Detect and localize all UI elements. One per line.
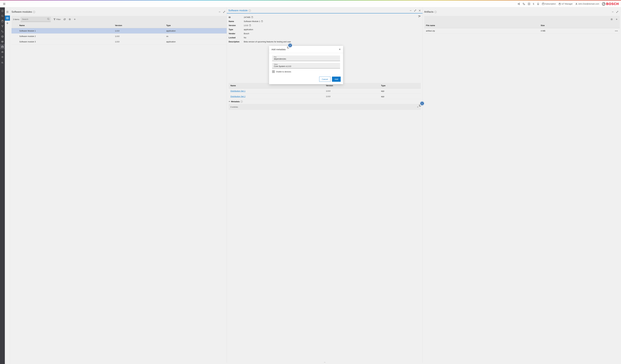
art-col-size[interactable]: Size [539, 23, 613, 28]
svg-point-16 [2, 57, 3, 57]
col-version[interactable]: Version [113, 23, 164, 28]
svg-rect-12 [1, 46, 3, 47]
dist-col-type[interactable]: Type [379, 83, 421, 88]
nav-search-icon[interactable] [0, 14, 5, 18]
field-id-value: 247495 [244, 16, 250, 18]
nav-robot-icon[interactable] [0, 49, 5, 54]
add-icon[interactable] [616, 18, 618, 20]
view-config-icon[interactable] [5, 21, 10, 26]
close-icon[interactable] [418, 9, 421, 12]
field-version-value: 1.0.0 [244, 24, 248, 27]
info-icon[interactable]: i [33, 11, 35, 13]
nav-clipboard-icon[interactable] [0, 18, 5, 24]
section-icon[interactable]: § [533, 2, 534, 5]
artifacts-toolbar [424, 16, 620, 23]
table-row[interactable]: Software module 21.0.0os [12, 34, 227, 39]
tools-icon[interactable] [418, 15, 421, 18]
expand-icon[interactable] [616, 11, 619, 13]
table-row[interactable]: artifact.zip4 MB••• [424, 28, 620, 34]
callout-1: 1 [420, 101, 424, 105]
field-name-label: Name [229, 20, 244, 22]
iot-manager-label: IoT Manager [562, 3, 572, 5]
add-metadata-modal: Add metadata ✕ Key dependencies Value Co… [269, 46, 343, 84]
more-icon[interactable]: ••• [613, 28, 620, 34]
visible-checkbox[interactable] [272, 70, 275, 73]
artifacts-title: Artifactsi [424, 10, 437, 14]
bosch-logo: BOSCH [602, 2, 619, 6]
info-icon[interactable]: i [249, 10, 251, 12]
table-row[interactable]: Distribution Set 21.0.0app [229, 94, 421, 99]
search-input[interactable] [20, 17, 51, 22]
table-row[interactable]: Software module 31.0.0application [12, 39, 227, 45]
minimize-icon[interactable] [218, 11, 221, 13]
art-col-name[interactable]: File name [424, 23, 539, 28]
add-button[interactable]: Add [332, 77, 341, 82]
nav-briefcase-icon[interactable] [0, 44, 5, 49]
field-locked-value: No [244, 36, 421, 39]
minimize-icon[interactable] [611, 11, 614, 13]
panel-menu-icon[interactable] [5, 8, 10, 16]
svg-rect-21 [252, 17, 253, 18]
artifacts-table: File name Size artifact.zip4 MB••• [424, 23, 620, 34]
nav-chart-icon[interactable] [0, 60, 5, 65]
modules-toolbar: 3 items Filter [12, 16, 227, 23]
nav-box-icon[interactable] [0, 34, 5, 39]
svg-point-10 [1, 31, 2, 31]
resize-handle[interactable]: ═ [227, 362, 422, 363]
col-type[interactable]: Type [164, 23, 227, 28]
nav-filter-icon[interactable] [0, 24, 5, 29]
svg-point-0 [518, 4, 518, 4]
key-value: dependencies [274, 58, 338, 60]
value-field[interactable]: Value Core System v1.0.0 [272, 63, 340, 68]
key-label: Key [274, 56, 338, 58]
subscription-link[interactable]: Subscription [542, 3, 556, 5]
table-row[interactable]: Software Module 11.0.0application [12, 28, 227, 34]
nav-box-open-icon[interactable] [0, 39, 5, 44]
svg-point-24 [611, 19, 612, 20]
svg-rect-5 [559, 4, 560, 5]
info-icon[interactable]: i [241, 100, 243, 103]
nav-gear-icon[interactable] [0, 54, 5, 60]
field-type-value: application [244, 28, 421, 31]
copy-icon[interactable] [249, 24, 251, 27]
callout-2: 2 [288, 43, 292, 47]
svg-point-15 [2, 52, 3, 52]
bell-icon[interactable] [537, 3, 539, 5]
settings-icon[interactable] [610, 18, 613, 20]
copy-icon[interactable] [261, 20, 263, 22]
menu-icon[interactable] [2, 3, 6, 5]
close-icon[interactable]: ✕ [339, 48, 341, 51]
svg-point-20 [69, 19, 70, 20]
field-vendor-value: Bosch [244, 32, 421, 35]
book-icon[interactable] [528, 3, 530, 5]
add-metadata-icon[interactable]: ＋ [416, 105, 419, 109]
user-menu[interactable]: John.Doe@domain.com [575, 3, 599, 5]
expand-icon[interactable] [223, 11, 225, 13]
add-icon[interactable] [74, 18, 76, 20]
software-modules-panel: Software modulesi 3 items Filter [10, 7, 227, 363]
cancel-button[interactable]: Cancel [319, 77, 330, 82]
subscription-label: Subscription [545, 3, 556, 5]
search-icon[interactable] [47, 18, 50, 21]
phone-icon[interactable] [523, 3, 525, 5]
svg-point-19 [47, 18, 49, 20]
share-icon[interactable] [518, 3, 520, 5]
refresh-icon[interactable] [63, 18, 66, 20]
key-field[interactable]: Key dependencies [272, 55, 340, 61]
field-version-label: Version [229, 24, 244, 27]
expand-icon[interactable] [414, 9, 416, 12]
copy-icon[interactable] [251, 16, 253, 18]
field-locked-label: Locked [229, 36, 244, 39]
iot-manager-link[interactable]: IoT Manager [558, 3, 572, 5]
view-grid-icon[interactable] [5, 16, 10, 21]
nav-flow-icon[interactable] [0, 29, 5, 34]
table-row[interactable]: Distribution Set 11.0.0app [229, 88, 421, 94]
metadata-section-header[interactable]: Metadata i [229, 99, 421, 104]
filter-button[interactable]: Filter [53, 18, 61, 20]
settings-icon[interactable] [69, 18, 71, 20]
info-icon[interactable]: i [434, 11, 437, 13]
col-name[interactable]: Name [17, 23, 113, 28]
nav-home-icon[interactable] [0, 8, 5, 14]
nav-rail [0, 7, 5, 364]
minimize-icon[interactable] [409, 9, 412, 12]
